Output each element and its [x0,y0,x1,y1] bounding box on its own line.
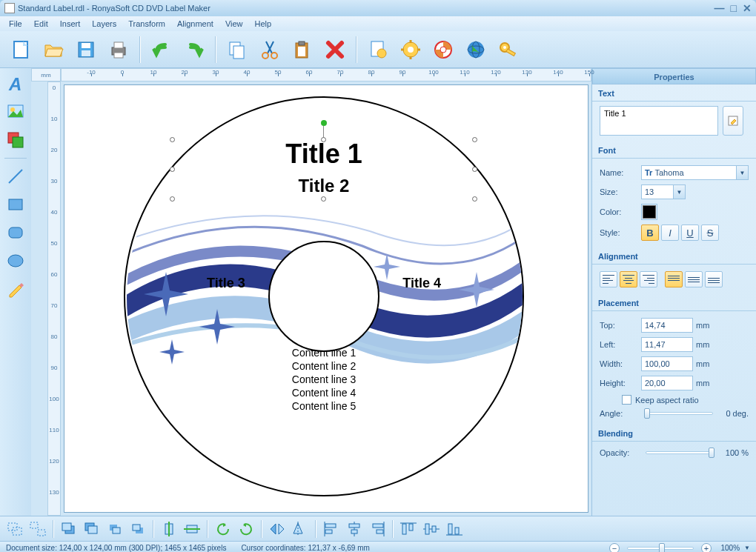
canvas[interactable]: Title 1 Title 2 Title 3 Title 4 Content … [64,84,588,513]
disc-label[interactable]: Title 1 Title 2 Title 3 Title 4 Content … [124,96,524,496]
group-button[interactable] [4,519,25,539]
clipart-tool[interactable] [3,127,28,153]
zoom-in-button[interactable]: + [701,543,712,553]
align-bottom-obj-button[interactable] [444,519,465,539]
align-top-obj-button[interactable] [398,519,419,539]
angle-slider[interactable] [646,412,713,415]
menu-transform[interactable]: Transform [122,18,171,30]
align-right-obj-button[interactable] [367,519,388,539]
opacity-slider[interactable] [646,451,713,454]
web-button[interactable] [461,35,491,64]
menu-view[interactable]: View [219,18,249,30]
align-center-obj-button[interactable] [344,519,365,539]
print-button[interactable] [104,35,133,64]
bring-front-button[interactable] [59,519,79,539]
center-v-button[interactable] [182,519,202,539]
menu-alignment[interactable]: Alignment [171,18,219,30]
pencil-tool[interactable] [3,276,28,302]
resize-handle-se[interactable] [472,196,477,202]
height-input[interactable]: 20,00 [641,376,693,390]
label-keep-aspect: Keep aspect ratio [635,396,699,405]
ungroup-button[interactable] [27,519,48,539]
align-left-obj-button[interactable] [321,519,342,539]
page-setup-button[interactable] [363,35,393,64]
menu-file[interactable]: File [3,18,28,30]
edit-text-button[interactable] [723,106,743,136]
font-name-dropdown[interactable]: TrTahoma▼ [641,165,749,180]
rotate-right-button[interactable] [236,519,256,539]
line-tool[interactable] [3,164,28,189]
register-button[interactable] [494,35,523,64]
zoom-dropdown-icon[interactable]: ▼ [744,545,750,551]
align-bottom-button[interactable] [705,271,723,287]
text-tool[interactable]: A [3,71,28,96]
align-middle-obj-button[interactable] [421,519,442,539]
bring-forward-button[interactable] [105,519,125,539]
title-4[interactable]: Title 4 [402,276,441,291]
strike-button[interactable]: S [701,225,719,241]
align-right-button[interactable] [640,271,657,287]
title-3[interactable]: Title 3 [207,276,245,291]
ellipse-tool[interactable] [3,248,28,273]
rotate-left-button[interactable] [213,519,233,539]
resize-handle-nw[interactable] [170,137,175,142]
menu-help[interactable]: Help [249,18,278,30]
menu-layers[interactable]: Layers [86,18,122,30]
send-backward-button[interactable] [127,519,148,539]
paste-button[interactable] [288,35,317,64]
align-center-button[interactable] [620,271,637,287]
resize-handle-n[interactable] [321,137,326,142]
svg-point-23 [440,47,446,53]
open-button[interactable] [39,35,68,64]
zoom-out-button[interactable]: − [609,543,620,553]
help-button[interactable] [428,35,458,64]
roundrect-tool[interactable] [3,220,28,245]
resize-handle-e[interactable] [472,167,477,172]
flip-h-button[interactable] [267,519,288,539]
rectangle-tool[interactable] [3,192,28,217]
underline-button[interactable]: U [681,225,699,241]
text-input[interactable]: Title 1 [600,106,718,136]
align-top-button[interactable] [665,271,683,287]
svg-rect-36 [9,199,22,210]
svg-rect-34 [13,137,23,147]
label-top: Top: [600,321,641,330]
resize-handle-w[interactable] [170,167,175,172]
svg-rect-48 [88,526,97,533]
resize-handle-ne[interactable] [472,137,477,142]
image-tool[interactable] [3,99,28,124]
flip-v-button[interactable] [290,519,311,539]
font-size-dropdown[interactable]: 13▼ [641,184,686,199]
align-middle-button[interactable] [685,271,703,287]
title-2[interactable]: Title 2 [299,176,350,196]
minimize-button[interactable]: — [714,2,725,14]
maximize-button[interactable]: □ [731,2,737,14]
left-input[interactable]: 11,47 [641,337,693,352]
cut-button[interactable] [255,35,285,64]
rotate-handle[interactable] [321,120,327,126]
font-color-picker[interactable] [641,204,657,220]
title-1[interactable]: Title 1 [285,139,362,170]
menu-edit[interactable]: Edit [28,18,54,30]
width-input[interactable]: 100,00 [641,356,693,371]
align-left-button[interactable] [600,271,617,287]
keep-aspect-checkbox[interactable] [622,395,631,405]
send-back-button[interactable] [82,519,102,539]
center-h-button[interactable] [159,519,179,539]
bold-button[interactable]: B [641,225,659,241]
save-button[interactable] [71,35,101,64]
settings-button[interactable] [396,35,425,64]
undo-button[interactable] [147,35,176,64]
delete-button[interactable] [320,35,350,64]
italic-button[interactable]: I [661,225,679,241]
content-lines[interactable]: Content line 1Content line 2Content line… [292,346,356,413]
new-button[interactable] [6,35,36,64]
top-input[interactable]: 14,74 [641,318,693,333]
close-button[interactable]: ✕ [743,2,752,14]
copy-button[interactable] [222,35,252,64]
menu-insert[interactable]: Insert [54,18,87,30]
resize-handle-sw[interactable] [170,196,175,202]
zoom-slider[interactable] [627,547,694,550]
resize-handle-s[interactable] [321,196,326,202]
redo-button[interactable] [179,35,209,64]
